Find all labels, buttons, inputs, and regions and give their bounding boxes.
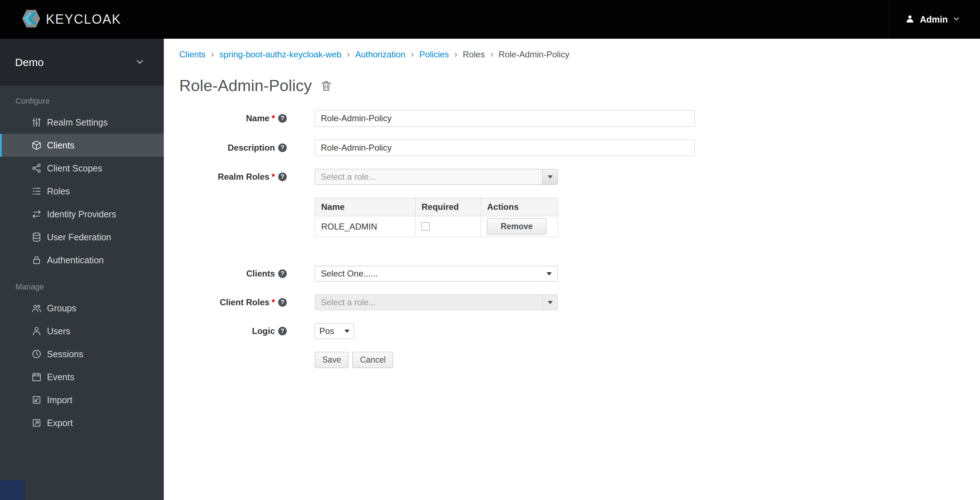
chevron-down-icon [953,15,960,24]
realm-roles-select[interactable]: Select a role... [315,169,558,185]
sidebar-bottom-accent [0,480,25,500]
sidebar-item-import[interactable]: Import [0,388,164,411]
table-header-actions: Actions [481,198,558,216]
logic-select[interactable]: Pos [315,323,354,339]
required-asterisk: * [272,113,275,123]
name-label: Name * ? [179,113,287,123]
export-icon [31,417,42,428]
breadcrumb-authorization[interactable]: Authorization [355,50,406,59]
clients-select[interactable]: Select One...... [315,266,558,281]
sidebar-item-sessions[interactable]: Sessions [0,343,164,366]
table-row: ROLE_ADMIN Remove [315,216,558,237]
clock-icon [31,349,42,359]
name-input[interactable] [315,110,695,126]
breadcrumb-client[interactable]: spring-boot-authz-keycloak-web [220,50,341,59]
breadcrumb-separator: › [211,49,214,60]
user-icon [31,326,42,336]
client-roles-field: Select a role... [315,294,558,310]
breadcrumb-separator: › [454,49,457,60]
keycloak-wordmark: KEYCLOAK [46,12,121,27]
keycloak-logo-icon [20,8,42,31]
list-icon [31,186,42,196]
realm-roles-row: Realm Roles * ? Select a role... [179,169,980,185]
help-icon[interactable]: ? [278,327,287,335]
dropdown-toggle-button[interactable] [542,169,557,184]
breadcrumb-separator: › [347,49,350,60]
import-icon [31,395,42,405]
required-asterisk: * [272,172,275,182]
help-icon[interactable]: ? [278,114,287,123]
help-icon[interactable]: ? [278,173,287,181]
breadcrumb: Clients › spring-boot-authz-keycloak-web… [179,49,980,60]
clients-field: Select One...... [315,266,558,281]
exchange-icon [31,209,42,219]
role-required-cell [415,216,481,237]
help-icon[interactable]: ? [278,269,287,278]
dropdown-toggle-button[interactable] [542,295,557,310]
table-header-name: Name [315,198,415,216]
sidebar-item-users[interactable]: Users [0,319,164,343]
sidebar-item-identity-providers[interactable]: Identity Providers [0,203,164,225]
sidebar-item-user-federation[interactable]: User Federation [0,225,164,249]
help-icon[interactable]: ? [278,298,287,307]
sidebar-item-groups[interactable]: Groups [0,297,164,319]
required-checkbox[interactable] [422,222,430,231]
sidebar-item-roles[interactable]: Roles [0,180,164,203]
delete-policy-button[interactable] [320,78,332,93]
description-label: Description ? [179,143,287,153]
realm-roles-field: Select a role... [315,169,558,185]
realm-name: Demo [15,56,44,69]
share-nodes-icon [31,163,42,174]
save-button[interactable]: Save [315,352,348,368]
section-label-manage: Manage [16,282,164,292]
caret-down-icon [548,176,553,179]
logic-row: Logic ? Pos [179,323,980,339]
help-icon[interactable]: ? [278,144,287,152]
breadcrumb-policies[interactable]: Policies [419,50,449,59]
sliders-icon [31,117,42,128]
keycloak-logo[interactable]: KEYCLOAK [20,8,121,31]
database-icon [31,232,42,243]
cancel-button[interactable]: Cancel [352,352,393,368]
clients-label: Clients ? [179,268,287,279]
cube-icon [31,140,42,151]
caret-down-icon [344,330,350,333]
breadcrumb-separator: › [411,49,414,60]
remove-role-button[interactable]: Remove [487,219,546,235]
breadcrumb-clients[interactable]: Clients [179,50,205,59]
user-menu-label: Admin [920,14,948,25]
sidebar-item-realm-settings[interactable]: Realm Settings [0,111,164,134]
name-row: Name * ? [179,110,980,126]
user-menu[interactable]: Admin [889,0,960,39]
role-name-cell: ROLE_ADMIN [315,216,415,237]
sidebar-item-events[interactable]: Events [0,366,164,388]
client-roles-label: Client Roles * ? [179,297,287,307]
breadcrumb-policy-name: Role-Admin-Policy [499,50,569,59]
page-title: Role-Admin-Policy [179,77,312,95]
chevron-down-icon [135,57,145,68]
sidebar-item-export[interactable]: Export [0,411,164,435]
lock-icon [31,255,42,265]
sidebar-item-authentication[interactable]: Authentication [0,249,164,272]
sidebar-item-client-scopes[interactable]: Client Scopes [0,157,164,180]
logic-field: Pos [315,323,354,339]
description-field [315,139,695,156]
policy-form: Name * ? Description ? [179,110,980,368]
sidebar-item-clients[interactable]: Clients [0,134,164,157]
realm-selector[interactable]: Demo [0,39,164,86]
description-input[interactable] [315,139,695,156]
caret-down-icon [548,301,553,304]
realm-roles-label: Realm Roles * ? [179,172,287,182]
client-roles-select[interactable]: Select a role... [315,294,558,310]
caret-down-icon [547,272,552,275]
top-navbar: KEYCLOAK Admin [0,0,980,39]
user-icon [905,14,915,25]
section-label-configure: Configure [16,96,164,106]
breadcrumb-separator: › [490,49,493,60]
required-asterisk: * [272,297,275,307]
users-group-icon [31,303,42,313]
keycloak-admin-console: KEYCLOAK Admin Demo Configure [0,0,980,500]
logic-label: Logic ? [179,326,287,336]
clients-row: Clients ? Select One...... [179,266,980,281]
breadcrumb-roles: Roles [463,50,485,59]
